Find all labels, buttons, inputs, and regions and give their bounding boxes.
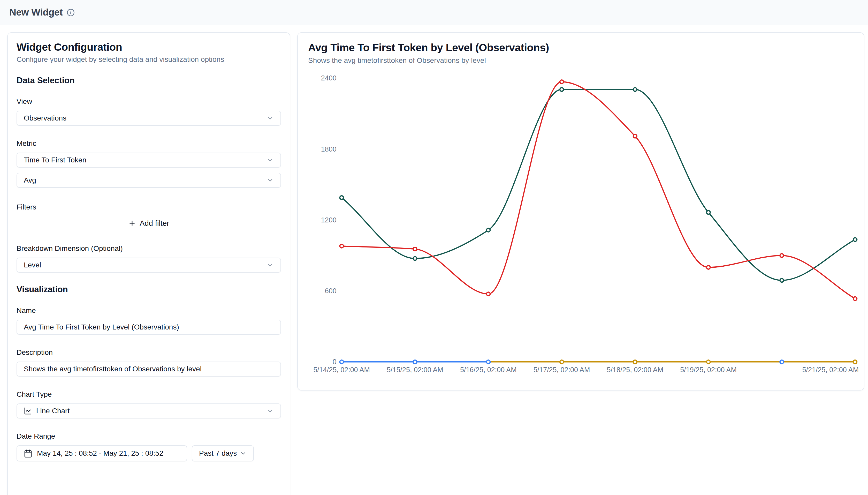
- series-teal-point: [340, 196, 343, 200]
- chevron-down-icon: [266, 261, 274, 269]
- widget-name-input[interactable]: [17, 320, 281, 335]
- y-axis-tick-label: 2400: [321, 74, 337, 82]
- filters-row: Add filter: [17, 216, 281, 231]
- series-red-point: [560, 80, 564, 84]
- chart-type-label: Chart Type: [17, 390, 281, 399]
- series-red-point: [707, 266, 710, 269]
- plus-icon: [128, 219, 136, 227]
- series-teal-point: [707, 210, 710, 214]
- content-area: Widget Configuration Configure your widg…: [0, 25, 868, 495]
- series-teal-point: [633, 88, 637, 91]
- chart-header: Avg Time To First Token by Level (Observ…: [308, 41, 853, 65]
- series-orange-point: [560, 360, 564, 364]
- series-red-point: [413, 247, 417, 251]
- x-axis-tick-label: 5/21/25, 02:00 AM: [802, 366, 859, 374]
- x-axis-tick-label: 5/15/25, 02:00 AM: [387, 366, 443, 374]
- name-label: Name: [17, 306, 281, 315]
- series-teal-point: [780, 278, 783, 282]
- series-red-point: [780, 254, 783, 257]
- chart-subtitle: Shows the avg timetofirsttoken of Observ…: [308, 56, 853, 65]
- date-range-label: Date Range: [17, 432, 281, 441]
- config-panel-subtitle: Configure your widget by selecting data …: [17, 55, 281, 64]
- series-teal-point: [853, 238, 857, 241]
- x-axis-tick-label: 5/14/25, 02:00 AM: [313, 366, 370, 374]
- info-circle-icon[interactable]: [67, 8, 75, 17]
- series-teal-point: [413, 257, 417, 260]
- data-selection-heading: Data Selection: [17, 75, 281, 85]
- line-chart-icon: [24, 407, 32, 415]
- calendar-icon: [24, 449, 32, 458]
- add-filter-label: Add filter: [140, 219, 169, 227]
- add-filter-button[interactable]: Add filter: [17, 216, 281, 231]
- aggregation-select-value: Avg: [24, 176, 36, 184]
- date-range-value: May 14, 25 : 08:52 - May 21, 25 : 08:52: [37, 449, 163, 458]
- config-panel-title: Widget Configuration: [17, 41, 281, 53]
- chart-title: Avg Time To First Token by Level (Observ…: [308, 41, 853, 54]
- series-blue-point: [340, 360, 343, 364]
- metric-select[interactable]: Time To First Token: [17, 153, 281, 168]
- date-preset-button[interactable]: Past 7 days: [192, 445, 254, 461]
- series-blue-point: [780, 360, 783, 364]
- series-red-point: [633, 134, 637, 138]
- y-axis-tick-label: 1200: [321, 216, 337, 224]
- filters-label: Filters: [17, 203, 281, 211]
- metric-select-value: Time To First Token: [24, 156, 86, 164]
- series-teal-line: [342, 89, 855, 280]
- aggregation-select[interactable]: Avg: [17, 173, 281, 188]
- date-preset-value: Past 7 days: [199, 449, 237, 458]
- description-label: Description: [17, 348, 281, 357]
- chart-type-select[interactable]: Line Chart: [17, 404, 281, 419]
- x-axis-tick-label: 5/17/25, 02:00 AM: [533, 366, 590, 374]
- chevron-down-icon: [266, 177, 274, 184]
- series-red-point: [486, 292, 490, 296]
- series-red-line: [342, 82, 855, 299]
- breakdown-label: Breakdown Dimension (Optional): [17, 244, 281, 253]
- view-select-value: Observations: [24, 114, 67, 122]
- series-red-point: [853, 297, 857, 301]
- chevron-down-icon: [266, 156, 274, 164]
- chevron-down-icon: [240, 450, 247, 457]
- series-orange-point: [853, 360, 857, 364]
- date-range-row: May 14, 25 : 08:52 - May 21, 25 : 08:52 …: [17, 445, 281, 461]
- series-orange-point: [633, 360, 637, 364]
- x-axis-tick-label: 5/16/25, 02:00 AM: [460, 366, 517, 374]
- visualization-heading: Visualization: [17, 285, 281, 294]
- series-blue-point: [413, 360, 417, 364]
- chevron-down-icon: [266, 115, 274, 122]
- y-axis-tick-label: 600: [325, 287, 337, 295]
- page-title: New Widget: [9, 7, 63, 18]
- series-red-point: [340, 244, 343, 248]
- widget-configuration-panel: Widget Configuration Configure your widg…: [7, 32, 290, 495]
- y-axis-tick-label: 1800: [321, 146, 337, 153]
- line-chart[interactable]: 24001800120060005/14/25, 02:00 AM5/15/25…: [298, 33, 864, 390]
- series-teal-point: [560, 88, 564, 91]
- chart-type-select-value: Line Chart: [36, 407, 70, 415]
- series-teal-point: [486, 228, 490, 232]
- y-axis-tick-label: 0: [333, 358, 337, 366]
- view-select[interactable]: Observations: [17, 111, 281, 126]
- x-axis-tick-label: 5/18/25, 02:00 AM: [607, 366, 663, 374]
- chevron-down-icon: [266, 407, 274, 414]
- breakdown-select[interactable]: Level: [17, 258, 281, 273]
- widget-description-input[interactable]: [17, 361, 281, 377]
- x-axis-tick-label: 5/19/25, 02:00 AM: [680, 366, 737, 374]
- series-orange-point: [707, 360, 710, 364]
- view-label: View: [17, 97, 281, 106]
- series-blue-point: [486, 360, 490, 364]
- metric-label: Metric: [17, 139, 281, 148]
- page-header: New Widget: [0, 0, 868, 25]
- date-range-picker-button[interactable]: May 14, 25 : 08:52 - May 21, 25 : 08:52: [17, 445, 187, 461]
- breakdown-select-value: Level: [24, 261, 41, 269]
- chart-preview-card: Avg Time To First Token by Level (Observ…: [297, 32, 864, 391]
